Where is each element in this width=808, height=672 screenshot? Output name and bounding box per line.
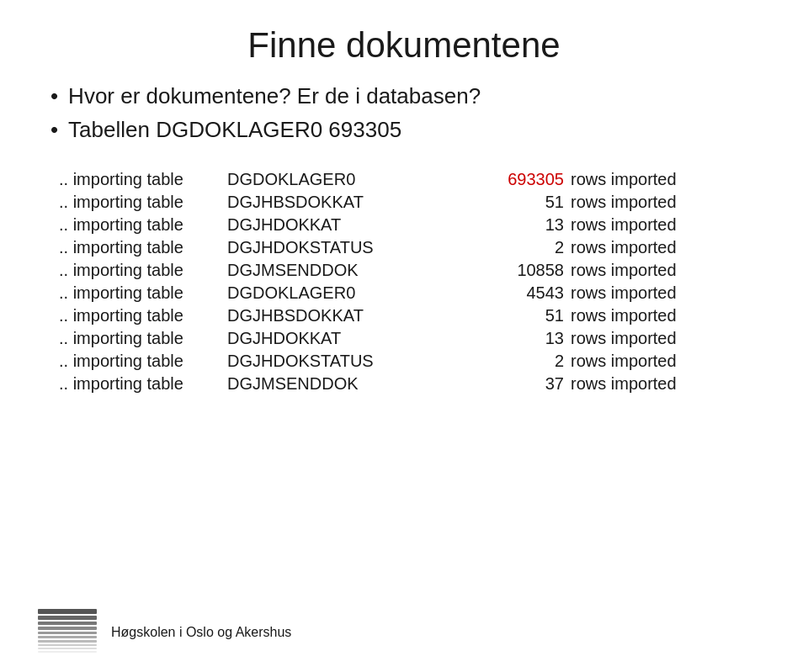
row-count: 693305 [429, 170, 564, 189]
svg-rect-9 [38, 651, 97, 653]
bullet-section: • Hvor er dokumentene? Er de i databasen… [50, 82, 758, 145]
row-table-name: DGJMSENDDOK [227, 374, 429, 394]
row-label: rows imported [571, 215, 677, 235]
row-table-name: DGJMSENDDOK [227, 261, 429, 280]
svg-rect-1 [38, 616, 97, 620]
svg-rect-4 [38, 632, 97, 634]
row-count: 51 [429, 306, 564, 325]
row-prefix: .. importing table [59, 329, 227, 348]
page-content: Finne dokumentene • Hvor er dokumentene?… [0, 0, 808, 422]
import-row: .. importing tableDGDOKLAGER0693305rows … [59, 170, 758, 189]
institution-name: Høgskolen i Oslo og Akershus [111, 625, 291, 640]
row-count: 2 [429, 238, 564, 257]
bullet-dot-1: • [50, 82, 58, 111]
row-label: rows imported [571, 329, 677, 348]
row-table-name: DGJHDOKSTATUS [227, 238, 429, 257]
row-count: 10858 [429, 261, 564, 280]
bullet-dot-2: • [50, 116, 58, 145]
institution-logo [34, 609, 101, 655]
row-label: rows imported [571, 306, 677, 325]
svg-rect-8 [38, 648, 97, 649]
row-prefix: .. importing table [59, 261, 227, 280]
row-table-name: DGJHBSDOKKAT [227, 306, 429, 325]
bullet-text-1: Hvor er dokumentene? Er de i databasen? [68, 82, 481, 111]
row-prefix: .. importing table [59, 374, 227, 394]
bullet-item-2: • Tabellen DGDOKLAGER0 693305 [50, 116, 758, 145]
import-row: .. importing tableDGDOKLAGER04543rows im… [59, 283, 758, 303]
svg-rect-6 [38, 640, 97, 643]
row-label: rows imported [571, 170, 677, 189]
row-label: rows imported [571, 352, 677, 371]
import-row: .. importing tableDGJMSENDDOK37rows impo… [59, 374, 758, 394]
row-prefix: .. importing table [59, 306, 227, 325]
row-table-name: DGJHDOKKAT [227, 329, 429, 348]
row-count: 4543 [429, 283, 564, 303]
import-row: .. importing tableDGJHDOKSTATUS2rows imp… [59, 238, 758, 257]
row-count: 37 [429, 374, 564, 394]
bullet-item-1: • Hvor er dokumentene? Er de i databasen… [50, 82, 758, 111]
import-row: .. importing tableDGJHDOKSTATUS2rows imp… [59, 352, 758, 371]
svg-rect-0 [38, 609, 97, 614]
row-label: rows imported [571, 193, 677, 212]
row-label: rows imported [571, 374, 677, 394]
import-row: .. importing tableDGJMSENDDOK10858rows i… [59, 261, 758, 280]
row-label: rows imported [571, 238, 677, 257]
row-count: 13 [429, 215, 564, 235]
svg-rect-7 [38, 644, 97, 646]
row-prefix: .. importing table [59, 170, 227, 189]
row-count: 51 [429, 193, 564, 212]
row-table-name: DGDOKLAGER0 [227, 170, 429, 189]
svg-rect-2 [38, 622, 97, 625]
row-table-name: DGJHDOKSTATUS [227, 352, 429, 371]
row-table-name: DGJHDOKKAT [227, 215, 429, 235]
page-title: Finne dokumentene [50, 25, 758, 66]
svg-rect-3 [38, 627, 97, 630]
row-count: 13 [429, 329, 564, 348]
row-table-name: DGDOKLAGER0 [227, 283, 429, 303]
footer: Høgskolen i Oslo og Akershus [34, 609, 291, 655]
import-row: .. importing tableDGJHBSDOKKAT51rows imp… [59, 306, 758, 325]
row-label: rows imported [571, 261, 677, 280]
import-table: .. importing tableDGDOKLAGER0693305rows … [59, 170, 758, 394]
bullet-text-2: Tabellen DGDOKLAGER0 693305 [68, 116, 401, 145]
row-prefix: .. importing table [59, 283, 227, 303]
row-label: rows imported [571, 283, 677, 303]
svg-rect-5 [38, 636, 97, 638]
import-row: .. importing tableDGJHDOKKAT13rows impor… [59, 329, 758, 348]
row-count: 2 [429, 352, 564, 371]
row-prefix: .. importing table [59, 352, 227, 371]
row-table-name: DGJHBSDOKKAT [227, 193, 429, 212]
row-prefix: .. importing table [59, 193, 227, 212]
import-row: .. importing tableDGJHBSDOKKAT51rows imp… [59, 193, 758, 212]
import-row: .. importing tableDGJHDOKKAT13rows impor… [59, 215, 758, 235]
row-prefix: .. importing table [59, 238, 227, 257]
row-prefix: .. importing table [59, 215, 227, 235]
